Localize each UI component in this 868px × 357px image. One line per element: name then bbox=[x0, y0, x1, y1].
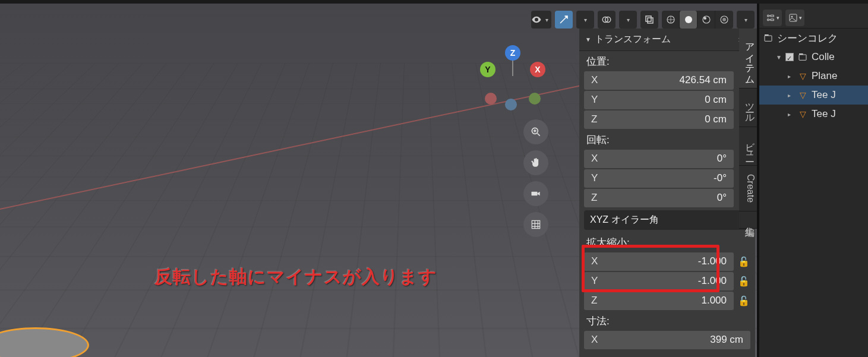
lock-icon[interactable]: 🔓 bbox=[737, 256, 750, 267]
rotation-label: 回転: bbox=[579, 129, 755, 149]
scene-collection-row[interactable]: シーンコレク bbox=[759, 29, 868, 48]
collection-icon bbox=[763, 33, 774, 43]
location-y-field[interactable]: Y0 cm bbox=[584, 91, 734, 109]
magnify-icon bbox=[530, 126, 542, 138]
lock-icon[interactable]: 🔓 bbox=[737, 295, 750, 307]
annotation-text: 反転した軸にマイナスが入ります bbox=[154, 265, 437, 289]
svg-point-6 bbox=[703, 16, 710, 23]
expand-triangle-icon[interactable]: ▸ bbox=[788, 111, 794, 118]
svg-rect-2 bbox=[646, 16, 651, 21]
item-label: Tee J bbox=[812, 89, 836, 101]
navigation-gizmo[interactable]: Z X Y bbox=[480, 45, 545, 110]
dimension-x-field[interactable]: X399 cm bbox=[584, 331, 750, 349]
svg-rect-15 bbox=[765, 34, 769, 36]
image-icon bbox=[788, 13, 798, 23]
grid-icon bbox=[530, 219, 542, 230]
gizmo-neg-x[interactable] bbox=[485, 93, 497, 105]
perspective-toggle-button[interactable] bbox=[523, 212, 548, 237]
dimensions-label: 寸法: bbox=[579, 311, 755, 330]
gizmo-neg-z[interactable] bbox=[505, 99, 517, 110]
panel-title: トランスフォーム bbox=[595, 33, 671, 46]
scene-label: シーンコレク bbox=[777, 31, 838, 45]
tab-create[interactable]: Create bbox=[739, 166, 759, 211]
outliner-display-dropdown[interactable]: ▾ bbox=[763, 10, 782, 26]
rotation-z-field[interactable]: Z0° bbox=[584, 189, 734, 207]
solid-icon bbox=[683, 14, 694, 25]
shading-dropdown[interactable]: ▾ bbox=[737, 11, 755, 29]
outliner-filter-dropdown[interactable]: ▾ bbox=[785, 10, 804, 26]
svg-point-7 bbox=[703, 17, 706, 20]
location-label: 位置: bbox=[579, 51, 755, 71]
outliner-item[interactable]: ▸ ▽ Tee J bbox=[759, 86, 868, 105]
gizmo-y-axis[interactable]: Y bbox=[480, 62, 495, 77]
overlap-circles-icon bbox=[601, 14, 612, 25]
svg-rect-11 bbox=[532, 192, 538, 196]
transform-panel-header[interactable]: ▼ トランスフォーム :::: bbox=[579, 29, 755, 51]
visibility-dropdown[interactable]: ▾ bbox=[531, 11, 551, 29]
rotation-x-field[interactable]: X0° bbox=[584, 150, 734, 168]
expand-triangle-icon[interactable]: ▸ bbox=[788, 73, 794, 80]
outliner-item[interactable]: ▸ ▽ Plane bbox=[759, 67, 868, 86]
tab-tool[interactable]: ツール bbox=[739, 89, 759, 127]
collection-row[interactable]: ▼ Colle bbox=[759, 48, 868, 67]
outliner-header: ▾ ▾ bbox=[759, 7, 868, 29]
gizmo-z-axis[interactable]: Z bbox=[505, 45, 520, 61]
shading-rendered[interactable] bbox=[715, 11, 733, 29]
camera-view-button[interactable] bbox=[523, 181, 548, 206]
viewport-header: ▾ ▾ ▾ ▾ bbox=[531, 11, 755, 29]
wireframe-icon bbox=[665, 14, 676, 25]
transform-panel: ▼ トランスフォーム :::: 位置: X426.54 cm 🔓 Y0 cm 🔓… bbox=[579, 29, 755, 357]
expand-triangle-icon[interactable]: ▸ bbox=[788, 92, 794, 99]
arrow-icon bbox=[558, 14, 569, 25]
location-x-field[interactable]: X426.54 cm bbox=[584, 71, 734, 90]
gizmo-neg-y[interactable] bbox=[529, 93, 541, 105]
pan-button[interactable] bbox=[523, 150, 548, 175]
lock-icon[interactable]: 🔓 bbox=[737, 276, 750, 287]
svg-point-9 bbox=[722, 18, 726, 21]
viewport-side-controls bbox=[523, 119, 548, 237]
mesh-icon: ▽ bbox=[797, 109, 808, 119]
collection-checkbox[interactable] bbox=[785, 53, 794, 61]
tab-edit[interactable]: 編集 bbox=[739, 211, 759, 229]
list-tree-icon bbox=[766, 13, 775, 23]
collapse-triangle-icon: ▼ bbox=[585, 36, 591, 43]
shading-material[interactable] bbox=[697, 11, 715, 29]
svg-rect-3 bbox=[648, 18, 653, 23]
rotation-y-field[interactable]: Y-0° bbox=[584, 169, 734, 188]
location-z-field[interactable]: Z0 cm bbox=[584, 110, 734, 129]
item-label: Plane bbox=[812, 70, 837, 82]
outliner-panel: シーンコレク ▼ Colle ▸ ▽ Plane ▸ ▽ Tee J ▸ ▽ T… bbox=[759, 29, 868, 357]
eye-icon bbox=[531, 14, 542, 25]
tab-view[interactable]: ビュー bbox=[739, 127, 759, 166]
svg-rect-14 bbox=[765, 36, 772, 41]
material-icon bbox=[701, 14, 712, 25]
scale-y-field[interactable]: Y-1.000 bbox=[584, 272, 734, 290]
zoom-button[interactable] bbox=[523, 119, 548, 144]
rendered-icon bbox=[719, 14, 730, 25]
shading-mode-group bbox=[662, 11, 733, 29]
n-panel-tabs: アイテム ツール ビュー Create 編集 bbox=[739, 29, 759, 229]
svg-rect-17 bbox=[799, 53, 803, 55]
scale-x-field[interactable]: X-1.000 bbox=[584, 252, 734, 271]
scale-z-field[interactable]: Z1.000 bbox=[584, 292, 734, 310]
xray-icon bbox=[644, 14, 655, 25]
tab-item[interactable]: アイテム bbox=[739, 29, 759, 89]
expand-triangle-icon[interactable]: ▼ bbox=[776, 54, 782, 61]
shading-wireframe[interactable] bbox=[662, 11, 680, 29]
svg-point-5 bbox=[685, 16, 692, 23]
overlay-toggle[interactable] bbox=[598, 11, 616, 29]
outliner-item[interactable]: ▸ ▽ Tee J bbox=[759, 105, 868, 124]
mesh-icon: ▽ bbox=[797, 90, 808, 100]
svg-rect-16 bbox=[799, 55, 806, 60]
gizmo-x-axis[interactable]: X bbox=[530, 62, 545, 77]
mesh-icon: ▽ bbox=[797, 71, 808, 81]
xray-toggle[interactable] bbox=[640, 11, 658, 29]
gizmo-toggle[interactable] bbox=[555, 11, 573, 29]
gizmo-dropdown[interactable]: ▾ bbox=[576, 11, 594, 29]
item-label: Tee J bbox=[812, 108, 836, 120]
hand-icon bbox=[530, 157, 542, 169]
shading-solid[interactable] bbox=[680, 11, 697, 29]
overlay-dropdown[interactable]: ▾ bbox=[619, 11, 637, 29]
rotation-mode-dropdown[interactable]: XYZ オイラー角 ⌄ bbox=[584, 210, 750, 230]
collection-icon bbox=[797, 52, 808, 62]
